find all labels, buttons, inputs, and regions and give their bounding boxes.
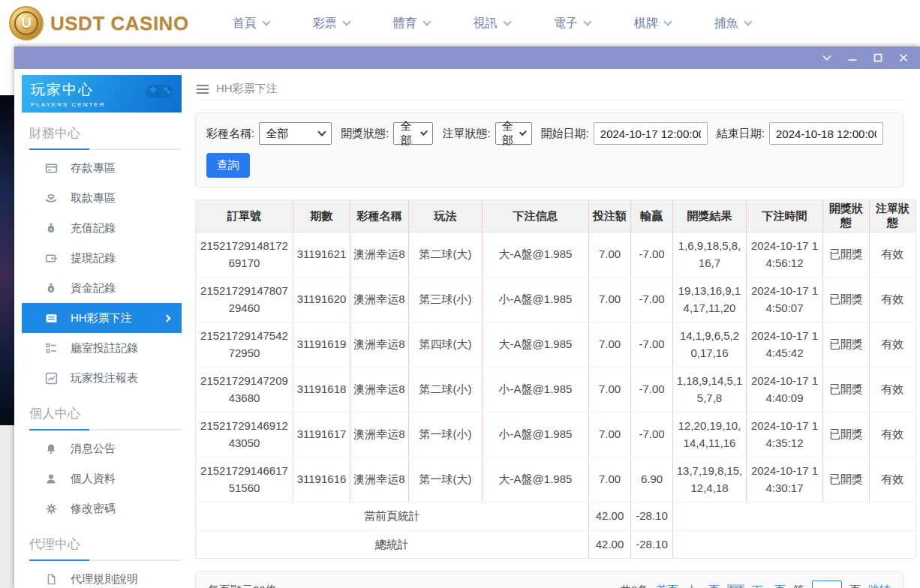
section-divider — [29, 148, 182, 150]
table-cell: 7.00 — [589, 322, 631, 368]
summary-label: 當前頁統計 — [196, 502, 589, 531]
withdraw-record-icon — [44, 251, 58, 265]
table-cell: 大-A盤@1.985 — [483, 458, 589, 502]
lottery-bet-icon — [44, 311, 58, 325]
nav-item-label: 棋牌 — [634, 16, 658, 32]
table-cell: 有效 — [870, 458, 916, 502]
sidebar-item[interactable]: 存款專區 — [22, 153, 182, 183]
table-cell: 第四球(大) — [409, 322, 483, 368]
sidebar-item[interactable]: $資金記錄 — [22, 273, 182, 303]
gamepad-icon — [143, 80, 176, 106]
table-cell: 2024-10-17 14:56:12 — [747, 232, 823, 278]
sidebar-item-active[interactable]: HH彩票下注 — [22, 303, 182, 333]
chevron-down-icon — [342, 17, 350, 26]
search-button[interactable]: 查詢 — [206, 153, 250, 178]
sidebar-item[interactable]: 代理規則說明 — [22, 564, 182, 588]
nav-item-1[interactable]: 首頁 — [233, 16, 269, 32]
lottery-select[interactable]: 全部 — [259, 122, 332, 145]
current-page-badge: [1] — [727, 584, 744, 588]
chevron-down-icon — [420, 128, 428, 136]
next-page-link[interactable]: 下一页 — [752, 584, 786, 588]
column-header: 投注額 — [589, 200, 631, 232]
pagination-bar: 每頁顯示20條 共6条 首页 上一页 [1] 下一页 第 页 跳转 — [195, 571, 903, 588]
jump-suffix-text: 页 — [849, 584, 861, 588]
nav-item-4[interactable]: 視訊 — [474, 16, 510, 32]
jump-link[interactable]: 跳转 — [868, 584, 891, 588]
jump-prefix-text: 第 — [793, 584, 804, 588]
sidebar-item-label: 取款專區 — [71, 191, 116, 206]
chevron-down-icon — [503, 17, 511, 26]
nav-item-3[interactable]: 體育 — [393, 16, 430, 32]
sidebar-item-label: 存款專區 — [71, 161, 116, 176]
profile-icon — [44, 472, 58, 485]
total-count-text: 共6条 — [620, 584, 648, 588]
start-date-input[interactable] — [594, 122, 708, 145]
chevron-down-icon — [744, 17, 752, 26]
summary-empty — [673, 502, 916, 531]
sidebar-item-label: 消息公告 — [71, 442, 116, 456]
top-nav-items: 首頁彩票體育視訊電子棋牌捕魚 — [233, 16, 795, 32]
hamburger-icon[interactable] — [197, 85, 209, 94]
table-row: 215217291481726917031191621澳洲幸运8第二球(大)大-… — [196, 232, 916, 278]
sidebar-item[interactable]: 取款專區 — [22, 183, 182, 213]
nav-item-6[interactable]: 棋牌 — [634, 16, 671, 32]
withdraw-icon — [44, 191, 58, 205]
summary-bet-total: 42.00 — [589, 502, 631, 531]
table-cell: 小-A盤@1.985 — [483, 368, 589, 412]
table-cell: 有效 — [870, 278, 916, 322]
table-cell: 2152172914817269170 — [196, 232, 293, 278]
order-status-select[interactable]: 全部 — [495, 122, 532, 145]
nav-item-5[interactable]: 電子 — [554, 16, 591, 32]
page-title: HH彩票下注 — [216, 82, 278, 96]
chevron-right-icon — [164, 314, 171, 322]
table-cell: 有效 — [870, 368, 916, 412]
table-cell: 31191621 — [293, 232, 350, 278]
table-cell: -7.00 — [631, 368, 673, 412]
sidebar-section-title: 財務中心 — [29, 124, 182, 148]
nav-item-7[interactable]: 捕魚 — [714, 16, 751, 32]
player-report-icon — [44, 371, 58, 385]
room-bet-record-icon — [44, 341, 58, 355]
table-cell: 已開獎 — [823, 278, 870, 322]
chevron-down-icon — [262, 17, 270, 26]
table-cell: 1,18,9,14,5,15,7,8 — [673, 368, 747, 412]
first-page-link[interactable]: 首页 — [656, 584, 678, 588]
end-date-input[interactable] — [769, 122, 883, 145]
table-cell: 2024-10-17 14:30:17 — [747, 458, 823, 502]
sidebar-item[interactable]: 玩家投注報表 — [22, 363, 182, 393]
table-cell: -7.00 — [631, 412, 673, 458]
chevron-down-icon — [318, 128, 326, 136]
sidebar-item[interactable]: 提現記錄 — [22, 243, 182, 273]
sidebar-item[interactable]: ¥充值記錄 — [22, 213, 182, 243]
minimize-icon[interactable] — [843, 50, 861, 66]
nav-item-label: 體育 — [393, 16, 417, 32]
summary-label: 總統計 — [196, 530, 589, 559]
section-divider — [29, 560, 182, 561]
page-jump-input[interactable] — [812, 580, 842, 588]
maximize-icon[interactable] — [869, 50, 887, 66]
sidebar-item[interactable]: 修改密碼 — [22, 494, 182, 524]
table-cell: 2152172914661751560 — [196, 458, 293, 502]
sidebar-item[interactable]: 廳室投註記錄 — [22, 333, 182, 363]
nav-item-2[interactable]: 彩票 — [313, 16, 350, 32]
table-cell: 小-A盤@1.985 — [483, 412, 589, 458]
player-center-window: 玩家中心 PLAYERS CENTER 財務中心存款專區取款專區¥充值記錄提現記… — [14, 46, 920, 588]
brand-logo[interactable]: U USDT CASINO — [9, 6, 189, 40]
table-cell: 大-A盤@1.985 — [483, 232, 589, 278]
collapse-icon[interactable] — [818, 50, 836, 66]
nav-item-label: 首頁 — [233, 16, 257, 32]
sidebar-item[interactable]: 消息公告 — [22, 434, 182, 464]
sidebar-item-label: 提現記錄 — [71, 251, 116, 266]
sidebar-section-title: 個人中心 — [29, 405, 182, 429]
draw-status-select[interactable]: 全部 — [393, 122, 433, 145]
bet-records-table-wrap: 訂單號期數彩種名稱玩法下注信息投注額輸贏開獎結果下注時間開獎狀態注單狀態 215… — [195, 200, 903, 559]
table-cell: 13,7,19,8,15,12,4,18 — [673, 458, 747, 502]
prev-page-link[interactable]: 上一页 — [686, 584, 720, 588]
table-cell: 已開獎 — [823, 458, 870, 502]
agent-rules-icon — [44, 572, 58, 586]
sidebar-item[interactable]: 個人資料 — [22, 464, 182, 494]
funds-record-icon: $ — [44, 281, 58, 295]
sidebar-item-label: 充值記錄 — [71, 221, 116, 236]
close-icon[interactable] — [894, 50, 912, 66]
column-header: 輸贏 — [631, 200, 673, 232]
